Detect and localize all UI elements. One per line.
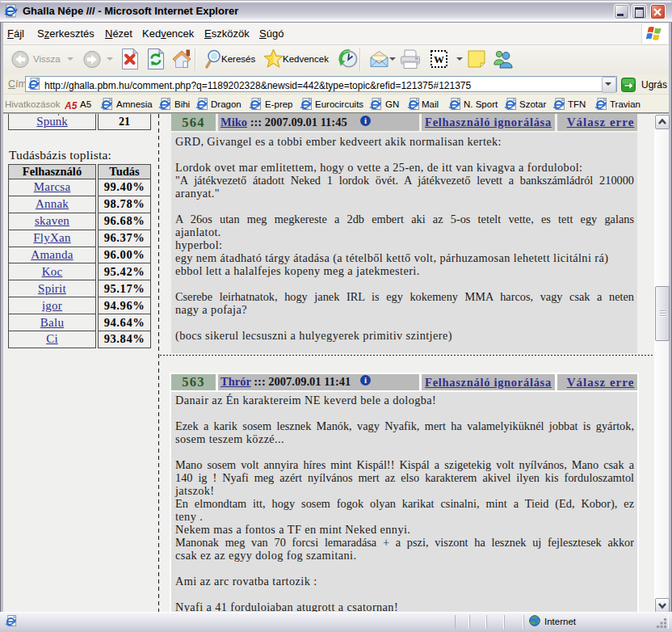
svg-text:A5: A5	[65, 100, 78, 111]
svg-text:W: W	[434, 53, 444, 65]
